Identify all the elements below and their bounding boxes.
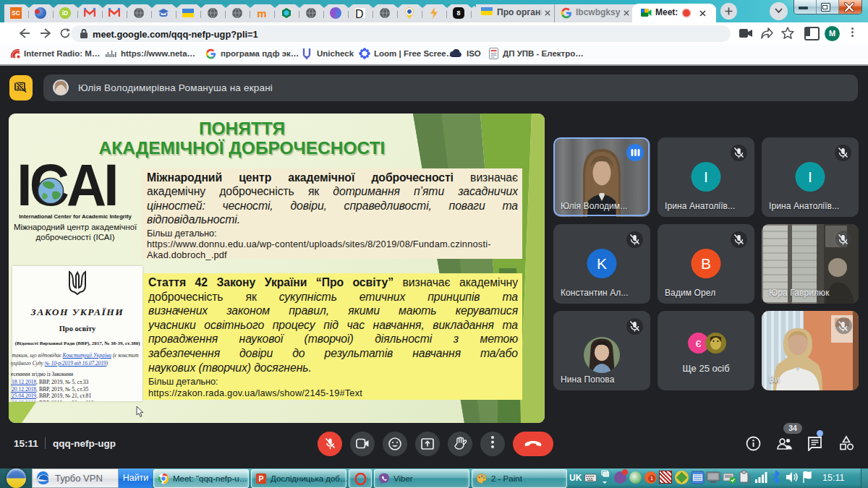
svg-text:P: P (259, 475, 264, 483)
